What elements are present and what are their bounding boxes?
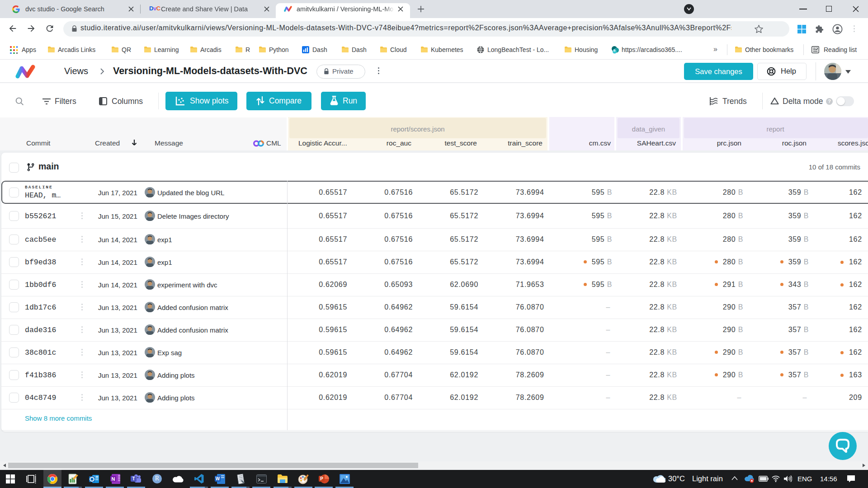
- svg-text:W: W: [216, 476, 220, 481]
- svg-text:T: T: [132, 476, 135, 481]
- svg-text:P: P: [320, 476, 323, 481]
- svg-text:s: s: [613, 48, 615, 52]
- svg-text:N: N: [112, 476, 115, 482]
